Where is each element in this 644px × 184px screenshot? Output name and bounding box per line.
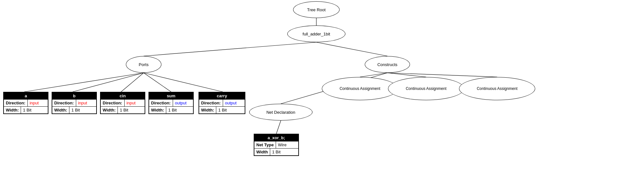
port-b-width-label: Width: [52, 107, 69, 113]
constructs-node: Constructs [365, 56, 410, 73]
port-carry-width-value: 1 Bit [216, 107, 229, 113]
port-sum-header: sum [149, 92, 193, 99]
port-carry-dir-value: output [223, 100, 239, 106]
port-carry-dir-label: Direction: [199, 100, 223, 106]
svg-line-11 [387, 73, 497, 77]
port-a-dir-value: input [28, 100, 41, 106]
svg-line-4 [73, 73, 144, 92]
cont-assign-3-node: Continuous Assignment [459, 77, 535, 100]
constructs-label: Constructs [377, 62, 397, 67]
port-cin-width-value: 1 Bit [118, 107, 130, 113]
ports-label: Ports [139, 62, 148, 67]
net-width-value: 1 Bit [270, 149, 282, 155]
svg-line-10 [387, 73, 426, 77]
net-declaration-node: Net Declaration [249, 104, 312, 121]
port-cin-dir-value: input [125, 100, 138, 106]
port-sum-dir-value: output [173, 100, 189, 106]
svg-line-6 [144, 73, 171, 92]
tree-root-node: Tree Root [293, 1, 340, 18]
port-a-width-label: Width: [4, 107, 21, 113]
port-cin-box: cin Direction: input Width: 1 Bit [100, 92, 145, 114]
port-b-dir-label: Direction: [52, 100, 76, 106]
svg-line-12 [276, 121, 281, 134]
port-sum-width-label: Width: [149, 107, 166, 113]
svg-line-9 [360, 73, 387, 77]
port-a-width-value: 1 Bit [21, 107, 33, 113]
port-b-width-value: 1 Bit [69, 107, 82, 113]
cont-assign-2-node: Continuous Assignment [388, 77, 464, 100]
port-carry-box: carry Direction: output Width: 1 Bit [199, 92, 245, 114]
port-b-header: b [52, 92, 96, 99]
full-adder-label: full_adder_1bit [302, 32, 330, 36]
svg-line-7 [144, 73, 223, 92]
svg-line-2 [316, 42, 387, 56]
cont-assign-1-node: Continuous Assignment [322, 77, 398, 100]
net-declaration-label: Net Declaration [266, 110, 295, 115]
port-b-dir-value: input [76, 100, 89, 106]
tree-root-label: Tree Root [307, 7, 325, 12]
cont-assign-1-label: Continuous Assignment [340, 86, 380, 91]
net-box-header: a_xor_b; [254, 134, 298, 141]
port-cin-width-label: Width: [101, 107, 118, 113]
net-type-value: Wire [276, 141, 289, 148]
port-sum-width-value: 1 Bit [166, 107, 179, 113]
port-sum-dir-label: Direction: [149, 100, 173, 106]
svg-line-3 [24, 73, 144, 92]
port-carry-width-label: Width: [199, 107, 216, 113]
port-a-box: a Direction: input Width: 1 Bit [3, 92, 48, 114]
port-carry-header: carry [199, 92, 245, 99]
cont-assign-2-label: Continuous Assignment [406, 86, 446, 91]
net-type-label: Net Type [254, 141, 276, 148]
svg-line-1 [144, 42, 316, 56]
port-b-box: b Direction: input Width: 1 Bit [52, 92, 97, 114]
port-cin-header: cin [101, 92, 145, 99]
svg-line-5 [121, 73, 144, 92]
port-cin-dir-label: Direction: [101, 100, 125, 106]
full-adder-node: full_adder_1bit [287, 25, 345, 42]
port-sum-box: sum Direction: output Width: 1 Bit [148, 92, 194, 114]
cont-assign-3-label: Continuous Assignment [477, 86, 517, 91]
ports-node: Ports [126, 56, 161, 73]
net-width-label: Width [254, 149, 270, 155]
net-box: a_xor_b; Net Type Wire Width 1 Bit [254, 134, 299, 156]
port-a-header: a [4, 92, 48, 99]
port-a-dir-label: Direction: [4, 100, 28, 106]
